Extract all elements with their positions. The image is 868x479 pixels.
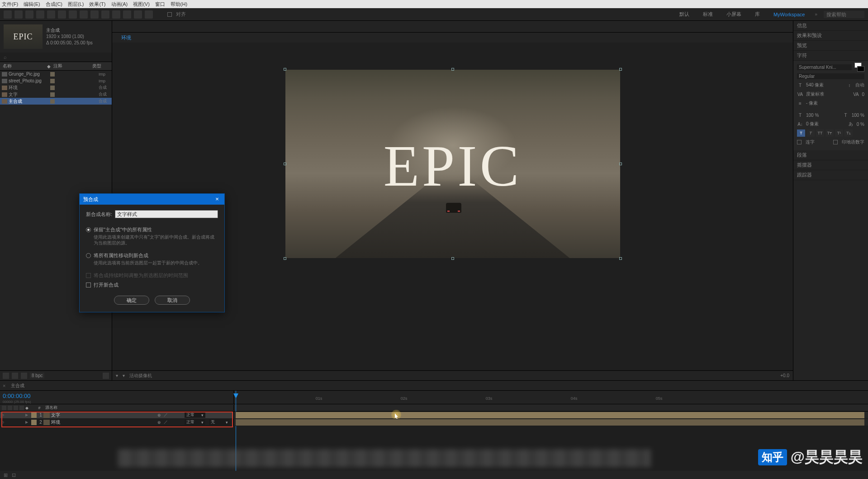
blend-mode-dropdown[interactable]: 正常▾ (185, 412, 205, 418)
cancel-button[interactable]: 取消 (155, 296, 190, 305)
info-panel-header[interactable]: 信息 (793, 21, 868, 31)
superscript-button[interactable]: T¹ (835, 129, 843, 137)
handle-bl[interactable] (284, 257, 286, 260)
col-comment[interactable]: 注释 (51, 63, 90, 69)
viewer-zoom-dropdown[interactable]: ▾ (116, 373, 118, 378)
source-name-header[interactable]: 源名称 (43, 405, 233, 411)
preview-panel-header[interactable]: 预览 (793, 41, 868, 51)
clone-tool-icon[interactable] (112, 10, 120, 19)
workspace-small[interactable]: 小屏幕 (723, 9, 745, 19)
leading-value[interactable]: 自动 (855, 82, 864, 88)
current-timecode[interactable]: 0:00:00:00 (3, 393, 30, 399)
menu-composition[interactable]: 合成(C) (46, 1, 62, 8)
dialog-titlebar[interactable]: 预合成 × (80, 194, 224, 205)
handle-br[interactable] (619, 257, 622, 260)
collapse-switch[interactable]: ／ (163, 420, 168, 425)
interpret-footage-icon[interactable] (3, 373, 9, 379)
new-folder-icon[interactable] (12, 373, 18, 379)
pan-behind-tool-icon[interactable] (58, 10, 66, 19)
project-item[interactable]: Grunge_Pic.jpg Imp (0, 71, 112, 77)
character-panel-header[interactable]: 字符 (793, 51, 868, 61)
menu-window[interactable]: 窗口 (155, 1, 165, 8)
faux-bold-button[interactable]: T (797, 129, 805, 137)
audio-toggle-icon[interactable] (8, 406, 12, 410)
menu-layer[interactable]: 图层(L) (68, 1, 84, 8)
project-search[interactable]: ⌕ (0, 53, 112, 62)
layer-duration-bar[interactable] (236, 412, 864, 418)
solo-toggle-icon[interactable] (14, 406, 18, 410)
menu-animation[interactable]: 动画(A) (111, 1, 128, 8)
font-size-value[interactable]: 540 像素 (806, 82, 824, 88)
workspace-my[interactable]: MyWorkspace (770, 10, 808, 19)
project-item[interactable]: 主合成 合成 (0, 98, 112, 105)
timeline-layer[interactable]: ○ ▶ 2 环境 ⊕ ／ 正常▾ 无▾ (0, 419, 868, 426)
menu-edit[interactable]: 编辑(E) (24, 1, 40, 8)
label-swatch[interactable] (50, 92, 55, 97)
workspace-default[interactable]: 默认 (676, 9, 693, 19)
puppet-tool-icon[interactable] (145, 10, 153, 19)
paragraph-panel-header[interactable]: 段落 (793, 150, 868, 160)
toggle-modes-icon[interactable]: ⊡ (12, 472, 17, 478)
tracking-value[interactable]: 0 (862, 92, 864, 97)
col-type[interactable]: 类型 (90, 63, 108, 69)
kerning-value[interactable]: 度量标准 (806, 91, 824, 97)
new-comp-icon[interactable] (21, 373, 27, 379)
timeline-tab-close-icon[interactable]: × (3, 383, 5, 388)
workspace-library[interactable]: 库 (751, 9, 764, 19)
viewer-res-dropdown[interactable]: ▾ (123, 373, 125, 378)
timeline-tab-main[interactable]: 主合成 (7, 382, 28, 390)
crumb-active[interactable]: 环境 (121, 34, 131, 41)
viewer-exposure[interactable]: +0.0 (780, 373, 789, 378)
rotate-tool-icon[interactable] (36, 10, 44, 19)
selection-tool-icon[interactable] (4, 10, 12, 19)
comp-thumbnail[interactable]: EPIC (4, 24, 43, 49)
project-item[interactable]: 环境 合成 (0, 84, 112, 91)
handle-tl[interactable] (284, 68, 286, 71)
camera-tool-icon[interactable] (47, 10, 55, 19)
layer-duration-bar[interactable] (236, 419, 864, 426)
workspace-more-icon[interactable]: » (815, 12, 817, 17)
hand-tool-icon[interactable] (14, 10, 23, 19)
hindi-checkbox[interactable] (833, 140, 838, 144)
fx-switch[interactable] (175, 412, 181, 418)
menu-file[interactable]: 文件(F) (2, 1, 18, 8)
radio2-icon[interactable] (86, 253, 91, 258)
stroke-value[interactable]: - 像素 (806, 100, 818, 106)
handle-tr[interactable] (619, 68, 622, 71)
project-item[interactable]: 文字 合成 (0, 91, 112, 98)
radio1-icon[interactable] (86, 227, 91, 232)
viewer-camera[interactable]: 活动摄像机 (129, 373, 152, 379)
project-item[interactable]: street_Photo.jpg Imp (0, 77, 112, 84)
stroke-color[interactable] (857, 66, 864, 72)
menu-view[interactable]: 视图(V) (133, 1, 150, 8)
label-swatch[interactable] (50, 86, 55, 90)
shy-switch[interactable]: ⊕ (157, 420, 162, 425)
allcaps-button[interactable]: TT (816, 129, 824, 137)
layer-track-area[interactable] (234, 412, 868, 418)
zoom-tool-icon[interactable] (25, 10, 33, 19)
track-matte-dropdown[interactable]: 无▾ (209, 419, 230, 425)
radio-move-attributes[interactable]: 将所有属性移动到新合成 使用此选项将当前所选图层一起置于新的中间合成中。 (86, 252, 218, 266)
timeline-layer[interactable]: ○ ▶ 1 文字 ⊕ ／ 正常▾ (0, 412, 868, 419)
layer-name[interactable]: 环境 (51, 419, 157, 426)
layer-track-area[interactable] (234, 419, 868, 426)
radio-leave-attributes[interactable]: 保留"主合成"中的所有属性 使用此选项来创建其中只有"文字"的新中间合成。新合成… (86, 226, 218, 246)
text-color-swatch[interactable] (854, 62, 864, 72)
eraser-tool-icon[interactable] (123, 10, 131, 19)
shape-tool-icon[interactable] (69, 10, 77, 19)
video-toggle-icon[interactable] (2, 406, 6, 410)
shy-switch[interactable]: ⊕ (157, 412, 162, 418)
expand-arrow-icon[interactable]: ▶ (25, 420, 30, 424)
pen-tool-icon[interactable] (80, 10, 88, 19)
subscript-button[interactable]: T₁ (844, 129, 853, 137)
composition-frame[interactable]: EPIC (285, 70, 620, 258)
visibility-toggle[interactable]: ○ (0, 420, 5, 425)
label-swatch[interactable] (50, 79, 55, 83)
new-comp-name-input[interactable] (115, 210, 218, 218)
scale-v-value[interactable]: 100 % (806, 113, 819, 118)
snap-checkbox[interactable] (167, 12, 172, 17)
handle-bm[interactable] (451, 257, 454, 260)
scale-h-value[interactable]: 100 % (852, 113, 864, 118)
layer-label-color[interactable] (31, 412, 37, 418)
label-swatch[interactable] (50, 72, 55, 77)
